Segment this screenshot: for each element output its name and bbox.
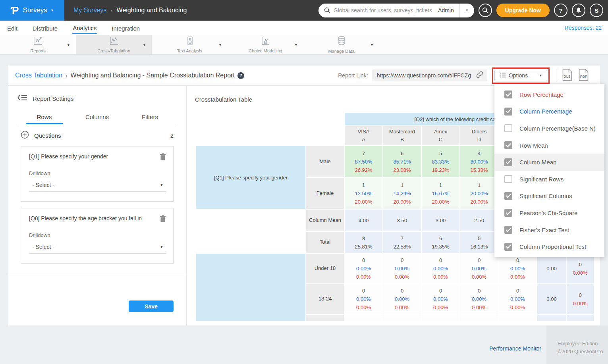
chevron-down-icon[interactable]: ▼: [218, 43, 222, 47]
report-url-box[interactable]: https://www.questionpro.com/t/lFFCZg: [372, 69, 487, 81]
crosstab-chart-icon: [109, 36, 119, 47]
drilldown-select[interactable]: - Select -▼: [29, 182, 166, 192]
checked-checkbox-icon[interactable]: [504, 158, 512, 166]
collapse-panel-icon[interactable]: [17, 94, 27, 102]
checked-checkbox-icon[interactable]: [504, 243, 512, 251]
q8-row-group-label: [196, 254, 305, 321]
ribbon-item-reports[interactable]: Reports▼: [0, 35, 76, 54]
drilldown-select[interactable]: - Select -▼: [29, 244, 166, 254]
menu-item-label: Row Percentage: [519, 91, 564, 98]
ribbon-item-text-analysis[interactable]: Text Analysis▼: [152, 35, 228, 54]
tab-distribute[interactable]: Distribute: [32, 22, 58, 34]
row-label: Under 18: [306, 254, 344, 283]
tab-integration[interactable]: Integration: [111, 22, 141, 34]
report-header: Cross Tabulation › Weighting and Balanci…: [8, 65, 600, 85]
chevron-down-icon[interactable]: ▼: [143, 43, 146, 47]
menu-item-label: Significant Columns: [519, 193, 572, 199]
avatar[interactable]: S: [590, 4, 603, 17]
save-button[interactable]: Save: [129, 300, 174, 312]
tab-edit[interactable]: Edit: [6, 22, 18, 34]
global-search-input[interactable]: [334, 7, 432, 13]
report-actions: Report Link: https://www.questionpro.com…: [338, 67, 594, 84]
search-button[interactable]: [479, 4, 492, 17]
menu-item-column-proportional-test[interactable]: Column Proportional Test: [494, 238, 604, 255]
upgrade-now-button[interactable]: Upgrade Now: [496, 4, 550, 17]
export-xls-button[interactable]: XLS: [562, 69, 573, 82]
questions-count: 2: [170, 132, 174, 139]
q1-row-group-label: [Q1] Please specify your gender: [196, 146, 305, 209]
menu-item-significant-rows[interactable]: Significant Rows: [494, 171, 604, 188]
search-scope-dropdown[interactable]: ▾: [460, 4, 474, 17]
global-search: Admin ▾: [318, 4, 474, 17]
chevron-down-icon[interactable]: ▼: [294, 43, 298, 47]
ribbon-item-label: Reports: [30, 48, 46, 53]
crosstab-cell: 120.00%20.00%: [460, 178, 498, 209]
report-settings-header: Report Settings: [8, 86, 186, 102]
report-title: Weighting and Balancing - Sample Crossta…: [71, 72, 235, 79]
unchecked-checkbox-icon[interactable]: [504, 175, 512, 183]
ribbon-item-manage-data[interactable]: Manage Data▼: [303, 35, 379, 54]
menu-item-row-percentage[interactable]: Row Percentage: [494, 86, 604, 103]
tab-analytics[interactable]: Analytics: [72, 22, 97, 34]
chevron-down-icon[interactable]: ▼: [370, 43, 374, 47]
performance-monitor-link[interactable]: Performance Monitor: [489, 345, 541, 352]
row-mean-cell: 0.00: [537, 254, 566, 283]
search-scope-label[interactable]: Admin: [432, 7, 459, 13]
notifications-button[interactable]: [572, 4, 585, 17]
add-question-icon[interactable]: [21, 131, 29, 141]
help-icon[interactable]: ?: [237, 72, 244, 79]
breadcrumb-my-surveys[interactable]: My Surveys: [73, 7, 107, 14]
menu-item-significant-columns[interactable]: Significant Columns: [494, 188, 604, 205]
crosstab-cell: 722.58%: [383, 232, 421, 253]
options-button[interactable]: Options ▾: [494, 70, 547, 81]
crosstab-cell: 3.50: [383, 210, 421, 231]
report-url[interactable]: https://www.questionpro.com/t/lFFCZg: [377, 72, 473, 79]
link-icon[interactable]: [476, 71, 483, 80]
delete-question-button[interactable]: [160, 215, 166, 223]
chevron-down-icon: ▾: [51, 8, 53, 12]
trash-icon: [160, 218, 166, 223]
tab-rows[interactable]: Rows: [18, 111, 71, 124]
product-switcher[interactable]: Ƥ Surveys ▾: [0, 0, 64, 21]
checked-checkbox-icon[interactable]: [504, 108, 512, 116]
ribbon-item-label: Manage Data: [328, 49, 354, 54]
checked-checkbox-icon[interactable]: [504, 91, 512, 98]
questionpro-app: Ƥ Surveys ▾ My Surveys › Weighting and B…: [0, 0, 608, 364]
chevron-down-icon[interactable]: ▼: [67, 43, 70, 47]
ribbon-item-cross-tabulation[interactable]: Cross-Tabulation▼: [76, 35, 152, 54]
checked-checkbox-icon[interactable]: [504, 141, 512, 149]
delete-question-button[interactable]: [160, 153, 166, 162]
menu-item-column-percentage[interactable]: Column Percentage: [494, 103, 604, 120]
ribbon-item-label: Text Analysis: [177, 48, 203, 53]
row-label: Column Mean: [306, 210, 344, 231]
crosstab-cell: 619.35%: [422, 232, 459, 253]
tab-columns[interactable]: Columns: [71, 111, 124, 124]
bell-icon: [575, 7, 582, 14]
tab-filters[interactable]: Filters: [124, 111, 176, 124]
menu-item-column-percentage-base-n-[interactable]: Column Percentage(Base N): [494, 120, 604, 137]
checked-checkbox-icon[interactable]: [504, 209, 512, 217]
unchecked-checkbox-icon[interactable]: [504, 124, 512, 132]
topbar-actions: Admin ▾ Upgrade Now ? S: [318, 4, 608, 17]
crosstab-cell: 00.00%0.00%: [460, 254, 498, 283]
column-header: MastercardB: [383, 126, 421, 145]
checked-checkbox-icon[interactable]: [504, 226, 512, 234]
menu-item-row-mean[interactable]: Row Mean: [494, 137, 604, 154]
column-header: AmexC: [422, 126, 459, 145]
export-pdf-button[interactable]: PDF: [578, 69, 589, 82]
menu-item-column-mean[interactable]: Column Mean: [494, 154, 604, 171]
settings-tabs: RowsColumnsFilters: [18, 111, 176, 124]
copyright-label: ©2020 QuestionPro: [558, 348, 608, 356]
ribbon-item-choice-modelling[interactable]: Choice Modelling▼: [228, 35, 303, 54]
row-label: 18-24: [306, 284, 344, 314]
help-button[interactable]: ?: [554, 4, 567, 17]
menu-item-pearson-s-chi-square[interactable]: Pearson's Chi-Square: [494, 204, 604, 221]
options-highlight-box: Options ▾: [492, 67, 550, 84]
crosstab-cell: 00.00%0.00%: [499, 284, 537, 314]
menu-item-fisher-s-exact-test[interactable]: Fisher's Exact Test: [494, 221, 604, 239]
crosstab-cell: 114.29%20.00%: [383, 178, 421, 209]
crosstab-cell: 00.00%0.00%: [460, 284, 498, 314]
checked-checkbox-icon[interactable]: [504, 192, 512, 200]
line-chart-icon: [33, 36, 43, 47]
cross-tabulation-link[interactable]: Cross Tabulation: [15, 72, 62, 79]
